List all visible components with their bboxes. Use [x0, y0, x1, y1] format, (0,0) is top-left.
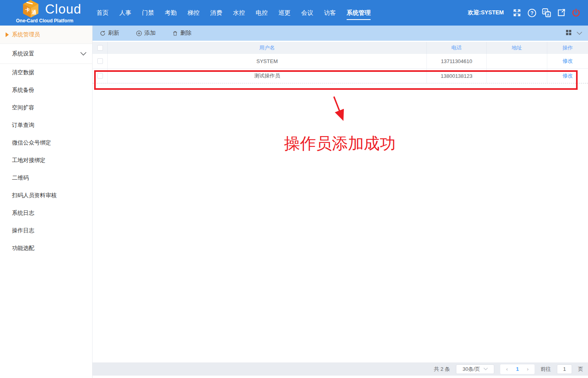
nav-item-consume[interactable]: 消费: [210, 6, 222, 20]
chevron-down-icon: [483, 368, 488, 370]
sidebar-item-feature-config[interactable]: 功能选配: [0, 239, 92, 257]
nav-item-meeting[interactable]: 会议: [301, 6, 313, 20]
cell-phone: 13711304610: [427, 54, 487, 68]
sidebar-item-label: 系统设置: [12, 50, 34, 57]
sidebar-item-label: 订单查询: [12, 122, 34, 129]
sidebar-item-label: 系统管理员: [12, 31, 40, 38]
sidebar-item-label: 清空数据: [12, 69, 34, 76]
edit-link[interactable]: 修改: [562, 72, 573, 79]
sidebar-item-order-query[interactable]: 订单查询: [0, 117, 92, 134]
total-count: 共 2 条: [434, 366, 450, 373]
sidebar-item-label: 空间扩容: [12, 104, 34, 111]
cell-address: [487, 69, 547, 83]
sidebar-item-system-log[interactable]: 系统日志: [0, 204, 92, 222]
nav-item-electric[interactable]: 电控: [256, 6, 268, 20]
grid-view-icon[interactable]: [566, 30, 572, 37]
logo: 卡 通 Cloud One-Card Cloud Platform: [0, 2, 93, 24]
sidebar: 系统管理员 系统设置 清空数据 系统备份 空间扩容 订单查询 微信公众号绑定 工…: [0, 26, 93, 378]
sidebar-item-label: 系统备份: [12, 87, 34, 94]
active-triangle-icon: [6, 32, 9, 37]
sidebar-item-scan-review[interactable]: 扫码人员资料审核: [0, 187, 92, 204]
chevron-down-icon[interactable]: [576, 30, 582, 37]
sidebar-item-system-admin[interactable]: 系统管理员: [0, 26, 92, 44]
operators-table: 用户名 电话 地址 操作 SYSTEM 13711304610 修改 测试操作员…: [93, 42, 588, 83]
add-button[interactable]: 添加: [136, 30, 156, 37]
sidebar-item-space-expand[interactable]: 空间扩容: [0, 99, 92, 117]
sidebar-item-operation-log[interactable]: 操作日志: [0, 222, 92, 239]
sidebar-item-label: 工地对接绑定: [12, 157, 45, 164]
refresh-icon: [100, 30, 106, 36]
chevron-down-icon: [80, 51, 87, 57]
sidebar-item-system-settings[interactable]: 系统设置: [0, 44, 92, 64]
row-checkbox[interactable]: [97, 58, 103, 64]
sidebar-item-label: 功能选配: [12, 245, 34, 252]
delete-icon: [172, 30, 178, 36]
welcome-text: 欢迎:SYSTEM: [468, 9, 504, 16]
refresh-label: 刷新: [108, 30, 119, 37]
page-size-value: 30条/页: [462, 366, 480, 373]
add-icon: [136, 30, 142, 36]
column-header-phone[interactable]: 电话: [427, 42, 487, 54]
cube-logo-icon: 卡 通: [22, 0, 39, 20]
column-header-action: 操作: [547, 42, 588, 54]
svg-text:卡: 卡: [25, 7, 30, 13]
nav-item-home[interactable]: 首页: [97, 6, 109, 20]
pager: ‹ 1 ›: [500, 364, 535, 374]
add-label: 添加: [144, 30, 156, 37]
goto-label: 前往: [541, 366, 551, 373]
sidebar-item-label: 扫码人员资料审核: [12, 192, 57, 199]
edit-link[interactable]: 修改: [562, 57, 573, 65]
sidebar-item-label: 操作日志: [12, 227, 34, 234]
cell-username: SYSTEM: [108, 54, 427, 68]
top-header: 卡 通 Cloud One-Card Cloud Platform 首页 人事 …: [0, 0, 588, 26]
delete-label: 删除: [180, 30, 191, 37]
sidebar-item-wechat-binding[interactable]: 微信公众号绑定: [0, 134, 92, 152]
sidebar-item-label: 微信公众号绑定: [12, 139, 51, 146]
pagination-bar: 共 2 条 30条/页 ‹ 1 › 前往 页: [93, 362, 588, 376]
column-header-username[interactable]: 用户名: [108, 42, 427, 54]
row-checkbox[interactable]: [97, 73, 103, 79]
help-icon[interactable]: ?: [527, 8, 537, 18]
svg-text:?: ?: [530, 10, 533, 16]
nav-item-system-admin[interactable]: 系统管理: [347, 6, 371, 20]
main-content: 刷新 添加 删除: [93, 26, 588, 378]
prev-page-button[interactable]: ‹: [502, 366, 512, 372]
nav-item-elevator[interactable]: 梯控: [187, 6, 199, 20]
sidebar-item-label: 系统日志: [12, 210, 34, 217]
page-size-select[interactable]: 30条/页: [456, 364, 494, 374]
nav-item-access[interactable]: 门禁: [142, 6, 154, 20]
table-header-row: 用户名 电话 地址 操作: [93, 42, 588, 54]
sidebar-item-clear-data[interactable]: 清空数据: [0, 64, 92, 81]
main-nav: 首页 人事 门禁 考勤 梯控 消费 水控 电控 巡更 会议 访客 系统管理: [97, 6, 371, 20]
sidebar-item-system-backup[interactable]: 系统备份: [0, 81, 92, 99]
external-link-icon[interactable]: [556, 8, 566, 18]
goto-page-input[interactable]: [557, 364, 572, 374]
brand-name: Cloud: [45, 2, 81, 16]
svg-text:通: 通: [32, 9, 37, 15]
sidebar-item-label: 二维码: [12, 174, 29, 182]
power-icon[interactable]: [571, 8, 581, 18]
refresh-button[interactable]: 刷新: [100, 30, 119, 37]
nav-item-personnel[interactable]: 人事: [119, 6, 131, 20]
svg-text:A: A: [547, 13, 550, 17]
nav-item-water[interactable]: 水控: [233, 6, 245, 20]
sidebar-item-qrcode[interactable]: 二维码: [0, 169, 92, 187]
nav-item-visitor[interactable]: 访客: [324, 6, 336, 20]
nav-item-attendance[interactable]: 考勤: [165, 6, 177, 20]
table-row-system[interactable]: SYSTEM 13711304610 修改: [93, 54, 588, 69]
sidebar-item-site-binding[interactable]: 工地对接绑定: [0, 152, 92, 169]
nav-item-patrol[interactable]: 巡更: [278, 6, 290, 20]
page-unit-label: 页: [578, 366, 583, 373]
cell-phone: 13800138123: [427, 69, 487, 83]
cell-address: [487, 54, 547, 68]
current-page[interactable]: 1: [512, 366, 523, 372]
column-header-address[interactable]: 地址: [487, 42, 547, 54]
next-page-button[interactable]: ›: [523, 366, 533, 372]
translate-icon[interactable]: 中 A: [542, 8, 551, 18]
fullscreen-icon[interactable]: [512, 8, 522, 18]
delete-button[interactable]: 删除: [172, 30, 191, 37]
table-row-test-operator[interactable]: 测试操作员 13800138123 修改: [93, 69, 588, 83]
select-all-checkbox[interactable]: [97, 45, 103, 51]
annotation-arrow-icon: [330, 95, 351, 129]
annotation-text: 操作员添加成功: [272, 133, 408, 154]
